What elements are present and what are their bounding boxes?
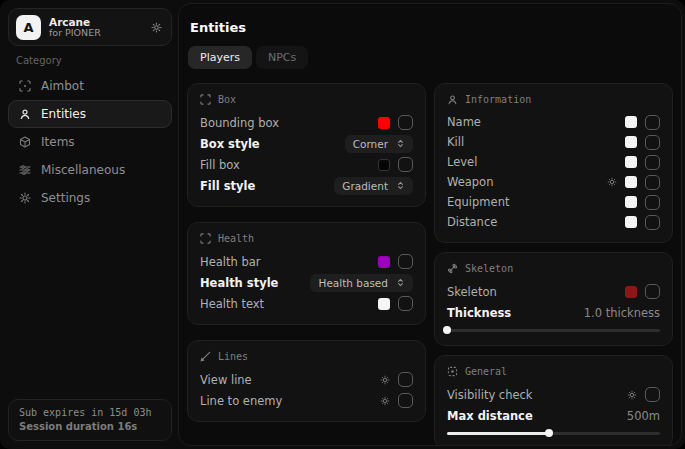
sidebar-nav: Aimbot Entities Items bbox=[8, 72, 172, 212]
color-swatch[interactable] bbox=[378, 159, 390, 171]
panel-title: Information bbox=[465, 94, 531, 105]
panel-title: Health bbox=[218, 233, 254, 244]
color-swatch[interactable] bbox=[378, 256, 390, 268]
color-swatch[interactable] bbox=[625, 216, 637, 228]
health-bar-checkbox[interactable] bbox=[398, 254, 413, 269]
panel-title: Lines bbox=[218, 351, 248, 362]
fill-style-row: Fill style Gradient bbox=[200, 175, 413, 196]
view-line-checkbox[interactable] bbox=[398, 372, 413, 387]
fill-style-dropdown[interactable]: Gradient bbox=[334, 177, 413, 195]
brand-card: A Arcane for PIONER bbox=[8, 8, 172, 46]
gear-icon bbox=[19, 192, 31, 204]
max-distance-slider[interactable] bbox=[447, 429, 660, 438]
row-label: Fill style bbox=[200, 179, 334, 193]
visibility-check-row: Visibility check bbox=[447, 384, 660, 405]
thickness-row: Thickness 1.0 thickness bbox=[447, 302, 660, 323]
sidebar-item-label: Miscellaneous bbox=[41, 163, 125, 177]
skeleton-row: Skeleton bbox=[447, 281, 660, 302]
general-panel: General Visibility check Max distance bbox=[434, 355, 673, 446]
crosshair-icon bbox=[19, 80, 31, 92]
tab-npcs[interactable]: NPCs bbox=[256, 46, 308, 69]
panel-title: Box bbox=[218, 94, 236, 105]
kill-checkbox[interactable] bbox=[645, 135, 660, 150]
session-duration-text: Session duration 16s bbox=[19, 421, 161, 432]
skeleton-panel: Skeleton Skeleton Thickness 1.0 thicknes… bbox=[434, 252, 673, 346]
entities-icon bbox=[19, 108, 31, 120]
thickness-value: 1.0 thickness bbox=[584, 306, 660, 320]
box-panel: Box Bounding box Box style Corner bbox=[187, 83, 426, 207]
row-label: Distance bbox=[447, 215, 625, 229]
weapon-checkbox[interactable] bbox=[645, 175, 660, 190]
general-icon bbox=[447, 366, 458, 377]
bounding-box-checkbox[interactable] bbox=[398, 115, 413, 130]
visibility-settings-icon[interactable] bbox=[627, 390, 637, 400]
sidebar-item-label: Aimbot bbox=[41, 79, 84, 93]
sidebar-item-label: Items bbox=[41, 135, 75, 149]
category-label: Category bbox=[16, 55, 62, 66]
health-corners-icon bbox=[200, 233, 211, 244]
row-label: Line to enemy bbox=[200, 394, 380, 408]
panel-title: General bbox=[465, 366, 507, 377]
row-label: Kill bbox=[447, 135, 625, 149]
weapon-settings-icon[interactable] bbox=[607, 177, 617, 187]
max-distance-row: Max distance 500m bbox=[447, 405, 660, 426]
line-to-enemy-settings-icon[interactable] bbox=[380, 396, 390, 406]
color-swatch[interactable] bbox=[378, 117, 390, 129]
app-subtitle: for PIONER bbox=[49, 28, 143, 39]
level-checkbox[interactable] bbox=[645, 155, 660, 170]
tab-players[interactable]: Players bbox=[188, 46, 252, 69]
skeleton-checkbox[interactable] bbox=[645, 284, 660, 299]
color-swatch[interactable] bbox=[625, 286, 637, 298]
info-row-level: Level bbox=[447, 152, 660, 172]
box-style-row: Box style Corner bbox=[200, 133, 413, 154]
color-swatch[interactable] bbox=[378, 298, 390, 310]
info-row-distance: Distance bbox=[447, 212, 660, 232]
color-swatch[interactable] bbox=[625, 196, 637, 208]
equipment-checkbox[interactable] bbox=[645, 195, 660, 210]
sidebar-item-aimbot[interactable]: Aimbot bbox=[8, 72, 172, 100]
panel-title: Skeleton bbox=[465, 263, 513, 274]
row-label: Health text bbox=[200, 297, 378, 311]
health-panel: Health Health bar Health style Health ba… bbox=[187, 222, 426, 325]
slider-handle[interactable] bbox=[545, 429, 553, 437]
sidebar-item-items[interactable]: Items bbox=[8, 128, 172, 156]
view-line-row: View line bbox=[200, 369, 413, 390]
row-label: Bounding box bbox=[200, 116, 378, 130]
line-to-enemy-row: Line to enemy bbox=[200, 390, 413, 411]
row-label: Weapon bbox=[447, 175, 607, 189]
row-label: Visibility check bbox=[447, 388, 627, 402]
line-to-enemy-checkbox[interactable] bbox=[398, 393, 413, 408]
row-label: Name bbox=[447, 115, 625, 129]
health-style-dropdown[interactable]: Health based bbox=[310, 274, 413, 292]
line-icon bbox=[200, 351, 211, 362]
health-text-checkbox[interactable] bbox=[398, 296, 413, 311]
view-line-settings-icon[interactable] bbox=[380, 375, 390, 385]
brand-settings-icon[interactable] bbox=[151, 22, 162, 33]
visibility-check-checkbox[interactable] bbox=[645, 387, 660, 402]
max-distance-value: 500m bbox=[627, 409, 660, 423]
unfold-icon bbox=[396, 278, 405, 287]
sidebar-item-miscellaneous[interactable]: Miscellaneous bbox=[8, 156, 172, 184]
color-swatch[interactable] bbox=[625, 176, 637, 188]
sliders-icon bbox=[19, 164, 31, 176]
row-label: Skeleton bbox=[447, 285, 625, 299]
sidebar-item-entities[interactable]: Entities bbox=[8, 100, 172, 128]
unfold-icon bbox=[396, 181, 405, 190]
color-swatch[interactable] bbox=[625, 156, 637, 168]
sidebar-item-settings[interactable]: Settings bbox=[8, 184, 172, 212]
health-style-row: Health style Health based bbox=[200, 272, 413, 293]
color-swatch[interactable] bbox=[625, 136, 637, 148]
row-label: Equipment bbox=[447, 195, 625, 209]
box-style-dropdown[interactable]: Corner bbox=[345, 135, 413, 153]
distance-checkbox[interactable] bbox=[645, 215, 660, 230]
page-title: Entities bbox=[190, 20, 673, 35]
fill-box-checkbox[interactable] bbox=[398, 157, 413, 172]
sidebar-item-label: Entities bbox=[41, 107, 86, 121]
thickness-slider[interactable] bbox=[447, 326, 660, 335]
row-label: View line bbox=[200, 373, 380, 387]
app-name: Arcane bbox=[49, 16, 143, 28]
color-swatch[interactable] bbox=[625, 116, 637, 128]
name-checkbox[interactable] bbox=[645, 115, 660, 130]
slider-handle[interactable] bbox=[443, 326, 451, 334]
sub-expiry-text: Sub expires in 15d 03h bbox=[19, 407, 161, 418]
